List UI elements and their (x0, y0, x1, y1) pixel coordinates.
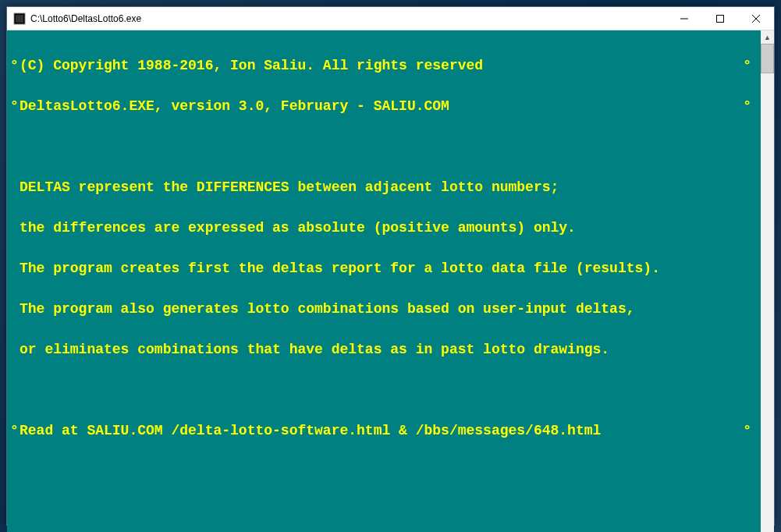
app-window: C:\Lotto6\DeltasLotto6.exe ° (C) Copyrig… (6, 6, 775, 526)
maximize-button[interactable] (702, 7, 738, 30)
desc-line-4: The program also generates lotto combina… (20, 299, 635, 319)
console-output: ° (C) Copyright 1988-2016, Ion Saliu. Al… (7, 30, 761, 532)
bullet-icon: ° (743, 420, 758, 441)
copyright-text: (C) Copyright 1988-2016, Ion Saliu. All … (20, 55, 483, 76)
bullet-icon: ° (10, 55, 20, 76)
scroll-thumb[interactable] (761, 44, 774, 73)
version-text: DeltasLotto6.EXE, version 3.0, February … (20, 96, 449, 116)
close-button[interactable] (738, 7, 774, 30)
desc-line-5: or eliminates combinations that have del… (20, 339, 609, 360)
readmore-text: Read at SALIU.COM /delta-lotto-software.… (20, 420, 601, 441)
svg-rect-3 (717, 15, 724, 22)
window-title: C:\Lotto6\DeltasLotto6.exe (30, 13, 666, 24)
scroll-up-icon: ▲ (761, 30, 774, 44)
bullet-icon: ° (10, 420, 20, 441)
close-icon (752, 15, 760, 23)
bullet-icon: ° (10, 96, 20, 116)
vertical-scrollbar[interactable]: ▲ (761, 30, 774, 532)
svg-rect-1 (16, 15, 23, 23)
title-bar[interactable]: C:\Lotto6\DeltasLotto6.exe (7, 7, 774, 30)
desc-line-3: The program creates first the deltas rep… (20, 258, 660, 278)
minimize-button[interactable] (666, 7, 702, 30)
console-area: ° (C) Copyright 1988-2016, Ion Saliu. Al… (7, 30, 774, 532)
minimize-icon (680, 15, 688, 23)
desc-line-2: the differences are expressed as absolut… (20, 218, 576, 238)
app-icon (13, 12, 26, 25)
desc-line-1: DELTAS represent the DIFFERENCES between… (20, 177, 559, 197)
bullet-icon: ° (743, 55, 758, 76)
bullet-icon: ° (743, 96, 758, 116)
maximize-icon (716, 15, 724, 23)
